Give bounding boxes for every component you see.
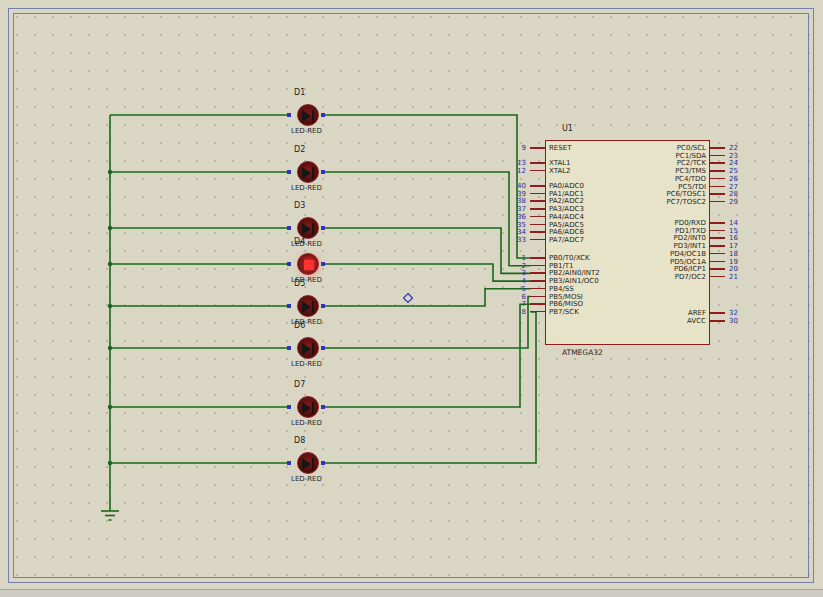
led-anode-triangle-icon	[302, 458, 311, 470]
pin-stub-pa0-adc0[interactable]	[530, 185, 545, 187]
pin-stub-pa4-adc4[interactable]	[530, 216, 545, 218]
pin-stub-pb2-ain0-int2[interactable]	[530, 272, 545, 274]
pin-stub-pc2-tck[interactable]	[710, 162, 725, 164]
led-terminal-right	[321, 226, 325, 230]
led-anode-triangle-icon	[302, 223, 311, 235]
led-ref-label: D5	[294, 279, 305, 288]
pin-stub-pb4-ss[interactable]	[530, 288, 545, 290]
pin-stub-pd3-int1[interactable]	[710, 245, 725, 247]
led-d3[interactable]	[297, 217, 319, 239]
chip-part-label: ATMEGA32	[562, 348, 603, 357]
pin-stub-pc1-sda[interactable]	[710, 155, 725, 157]
pin-stub-pd5-oc1a[interactable]	[710, 261, 725, 263]
pin-number-pa7-adc7: 33	[494, 236, 526, 244]
pin-stub-pc6-tosc1[interactable]	[710, 193, 725, 195]
led-anode-triangle-icon	[302, 167, 311, 179]
pin-stub-pc0-scl[interactable]	[710, 147, 725, 149]
led-d6[interactable]	[297, 337, 319, 359]
led-d7[interactable]	[297, 396, 319, 418]
led-terminal-right	[321, 170, 325, 174]
pin-stub-avcc[interactable]	[710, 320, 725, 322]
led-model-label: LED-RED	[291, 419, 335, 427]
pin-name-pb7-sck: PB7/SCK	[549, 308, 629, 316]
led-cathode-bar-icon	[312, 402, 314, 414]
led-anode-triangle-icon	[302, 343, 311, 355]
pin-number-reset: 9	[494, 144, 526, 152]
pin-stub-pc3-tms[interactable]	[710, 170, 725, 172]
pin-stub-pc7-tosc2[interactable]	[710, 201, 725, 203]
pin-stub-aref[interactable]	[710, 312, 725, 314]
pin-stub-pb3-ain1-oc0[interactable]	[530, 280, 545, 282]
pin-name-xtal2: XTAL2	[549, 167, 629, 175]
pin-name-avcc: AVCC	[626, 317, 706, 325]
pin-stub-xtal1[interactable]	[530, 162, 545, 164]
pin-number-pd7-oc2: 21	[729, 273, 761, 281]
led-model-label: LED-RED	[291, 475, 335, 483]
pin-number-xtal2: 12	[494, 167, 526, 175]
pin-stub-pd2-int0[interactable]	[710, 237, 725, 239]
led-ref-label: D4	[294, 237, 305, 246]
wire-d8-pb7[interactable]	[324, 312, 536, 463]
led-terminal-right	[321, 113, 325, 117]
pin-stub-pd7-oc2[interactable]	[710, 276, 725, 278]
pin-name-pd7-oc2: PD7/OC2	[626, 273, 706, 281]
pin-stub-pd1-txd[interactable]	[710, 230, 725, 232]
pin-stub-pa5-adc5[interactable]	[530, 224, 545, 226]
led-d1[interactable]	[297, 104, 319, 126]
led-terminal-left	[287, 170, 291, 174]
led-terminal-left	[287, 461, 291, 465]
pin-stub-pd6-icp1[interactable]	[710, 268, 725, 270]
pin-name-pa7-adc7: PA7/ADC7	[549, 236, 629, 244]
led-ref-label: D3	[294, 201, 305, 210]
pin-stub-pa3-adc3[interactable]	[530, 208, 545, 210]
led-lit-indicator	[304, 260, 314, 270]
led-cathode-bar-icon	[312, 223, 314, 235]
pin-stub-xtal2[interactable]	[530, 170, 545, 172]
led-cathode-bar-icon	[312, 110, 314, 122]
led-terminal-left	[287, 304, 291, 308]
led-terminal-left	[287, 113, 291, 117]
pin-stub-pb6-miso[interactable]	[530, 303, 545, 305]
led-cathode-bar-icon	[312, 301, 314, 313]
pin-stub-pb0-t0-xck[interactable]	[530, 257, 545, 259]
wire-origin-diamond-marker	[404, 294, 413, 303]
wire-d7-pb6[interactable]	[324, 304, 531, 407]
led-anode-triangle-icon	[302, 402, 311, 414]
led-model-label: LED-RED	[291, 360, 335, 368]
pin-name-aref: AREF	[626, 309, 706, 317]
led-d5[interactable]	[297, 295, 319, 317]
led-model-label: LED-RED	[291, 127, 335, 135]
led-terminal-left	[287, 262, 291, 266]
pin-stub-pb1-t1[interactable]	[530, 265, 545, 267]
pin-stub-pd0-rxd[interactable]	[710, 222, 725, 224]
led-d2[interactable]	[297, 161, 319, 183]
pin-number-pc7-tosc2: 29	[729, 198, 761, 206]
pin-stub-pd4-oc1b[interactable]	[710, 253, 725, 255]
led-anode-triangle-icon	[302, 110, 311, 122]
led-terminal-left	[287, 226, 291, 230]
led-terminal-left	[287, 346, 291, 350]
led-ref-label: D1	[294, 88, 305, 97]
pin-number-avcc: 30	[729, 317, 761, 325]
ground-symbol[interactable]	[101, 511, 119, 520]
pin-stub-pb7-sck[interactable]	[530, 311, 545, 313]
led-ref-label: D7	[294, 380, 305, 389]
pin-stub-reset[interactable]	[530, 147, 545, 149]
led-cathode-bar-icon	[312, 167, 314, 179]
led-ref-label: D8	[294, 436, 305, 445]
pin-stub-pa2-adc2[interactable]	[530, 200, 545, 202]
led-ref-label: D6	[294, 321, 305, 330]
led-d4[interactable]	[297, 253, 319, 275]
pin-stub-pa6-adc6[interactable]	[530, 231, 545, 233]
led-d8[interactable]	[297, 452, 319, 474]
pin-stub-pc4-tdo[interactable]	[710, 178, 725, 180]
bottom-scrollbar[interactable]	[0, 589, 823, 597]
pin-stub-pa7-adc7[interactable]	[530, 239, 545, 241]
pin-stub-pc5-tdi[interactable]	[710, 186, 725, 188]
schematic-canvas[interactable]: U1 ATMEGA32 9RESET13XTAL112XTAL240PA0/AD…	[0, 0, 823, 589]
pin-number-pb7-sck: 8	[494, 308, 526, 316]
led-terminal-right	[321, 304, 325, 308]
led-terminal-right	[321, 346, 325, 350]
pin-stub-pb5-mosi[interactable]	[530, 296, 545, 298]
pin-stub-pa1-adc1[interactable]	[530, 193, 545, 195]
